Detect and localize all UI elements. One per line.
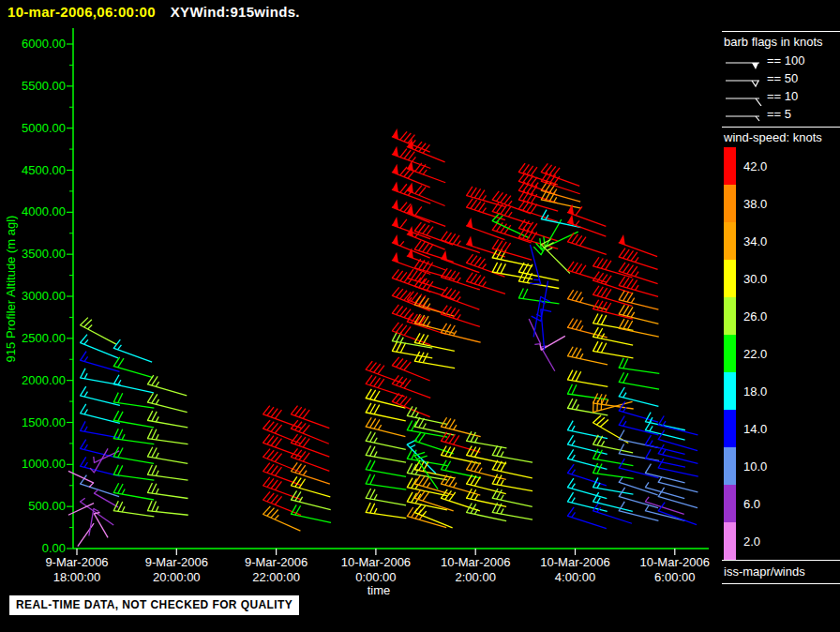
x-tick-label-date: 10-Mar-2006 — [640, 555, 710, 569]
y-tick-label: 500.00 — [28, 499, 66, 513]
y-tick-label: 6000.00 — [22, 37, 66, 51]
colorbar-row: 2.0 — [724, 522, 840, 560]
barb-full-tick — [567, 399, 572, 408]
x-tick-label-date: 10-Mar-2006 — [441, 555, 510, 569]
barb-staff — [414, 361, 455, 369]
wind-barb-profile — [492, 191, 532, 519]
barb-half-tick — [84, 462, 87, 467]
y-tick-label: 3500.00 — [22, 247, 66, 261]
barb-full-tick — [113, 465, 118, 474]
barb-full-tick — [397, 342, 401, 352]
barb-staff — [291, 514, 331, 522]
barb-full-tick — [370, 418, 376, 428]
x-tick-label-time: 18:00:00 — [53, 570, 101, 584]
barb-full-tick — [152, 429, 157, 439]
barb-half-tick — [156, 434, 158, 440]
colorbar-swatch — [724, 485, 736, 522]
barb-staff — [518, 209, 558, 222]
wind-barb-profile — [658, 415, 698, 524]
barb-half-tick — [601, 441, 604, 445]
barb-full-tick — [572, 320, 578, 329]
barb-full-tick — [449, 419, 455, 429]
quality-banner-text: REAL-TIME DATA, NOT CHECKED FOR QUALITY — [16, 598, 292, 611]
barb-full-tick — [597, 314, 602, 324]
barb-half-tick — [580, 297, 583, 302]
barb-full-tick — [623, 373, 628, 383]
barb-full-tick — [567, 318, 573, 327]
colorbar-value: 22.0 — [743, 347, 767, 361]
barb-half-tick — [457, 296, 460, 301]
barb-half-tick — [501, 452, 503, 458]
barb-full-tick — [366, 389, 371, 399]
colorbar-row: 26.0 — [724, 297, 840, 335]
barb-full-tick — [619, 387, 624, 397]
colorbar-row: 38.0 — [724, 185, 840, 222]
barb-full-tick — [601, 343, 606, 353]
barb-half-tick — [156, 489, 158, 494]
barb-staff — [645, 473, 685, 483]
barb-staff — [567, 516, 607, 529]
barb-staff — [407, 415, 447, 424]
barb-staff — [392, 341, 432, 349]
barb-staff — [541, 200, 581, 208]
colorbar-swatch — [724, 147, 736, 185]
y-tick-label: 0.00 — [42, 541, 66, 555]
barb-staff — [407, 322, 446, 335]
barb-half-tick — [275, 515, 278, 519]
barb-half-tick — [122, 434, 125, 440]
barb-staff — [541, 308, 545, 350]
barb-half-tick — [483, 208, 487, 213]
barb-legend-value: == 10 — [767, 89, 798, 103]
barb-half-tick — [156, 399, 158, 404]
barb-full-tick — [572, 370, 577, 380]
barb-full-tick — [407, 420, 412, 429]
colorbar-row: 22.0 — [724, 335, 840, 372]
barb-full-tick — [366, 403, 371, 413]
barb-full-tick — [400, 219, 407, 228]
barb-full-tick — [576, 321, 581, 330]
barb-full-tick — [392, 341, 397, 351]
barb-staff — [407, 430, 447, 438]
barb-half-tick — [645, 505, 648, 510]
xywind-display: 10-mar-2006,06:00:00XYWind:915winds. 0.0… — [0, 0, 840, 632]
barb-half-tick — [374, 494, 377, 500]
barb-half-tick — [374, 508, 377, 514]
barb-staff — [567, 380, 608, 387]
barb-staff — [592, 403, 634, 409]
barb-full-tick — [518, 288, 523, 297]
barb-half-tick — [423, 424, 426, 429]
barb-10-icon — [724, 87, 765, 106]
barb-staff — [147, 420, 188, 428]
barb-half-tick — [635, 257, 638, 262]
data-source-label: iss-mapr/winds — [724, 564, 805, 579]
barb-full-tick — [541, 239, 550, 244]
wind-speed-colorbar: 42.038.034.030.026.022.018.014.010.06.02… — [724, 147, 840, 560]
barb-full-tick — [567, 384, 572, 394]
barb-full-tick — [147, 429, 152, 438]
barb-staff — [113, 511, 155, 517]
x-tick-label-date: 9-Mar-2006 — [145, 555, 208, 569]
barb-half-tick — [623, 421, 626, 426]
barb-half-tick — [458, 241, 461, 246]
colorbar-swatch — [724, 372, 736, 410]
barb-staff — [567, 356, 608, 365]
barb-staff — [291, 500, 331, 510]
barb-staff — [492, 455, 532, 462]
barb-half-tick — [663, 450, 666, 455]
colorbar-swatch — [724, 260, 736, 297]
barb-staff — [366, 470, 406, 477]
colorbar-swatch — [724, 335, 736, 372]
barb-staff — [567, 242, 607, 255]
barb-staff — [78, 523, 94, 547]
barb-full-tick — [576, 371, 580, 381]
barb-half-tick — [458, 314, 461, 319]
barb-full-tick — [370, 404, 376, 414]
barb-legend-row: == 50 — [724, 69, 840, 87]
barb-full-tick — [147, 483, 152, 492]
barb-full-tick — [623, 359, 628, 369]
barb-half-tick — [122, 489, 125, 494]
barb-full-tick — [467, 446, 472, 456]
barb-half-tick — [501, 509, 503, 515]
barb-staff — [541, 172, 579, 186]
barb-full-tick — [81, 386, 86, 396]
